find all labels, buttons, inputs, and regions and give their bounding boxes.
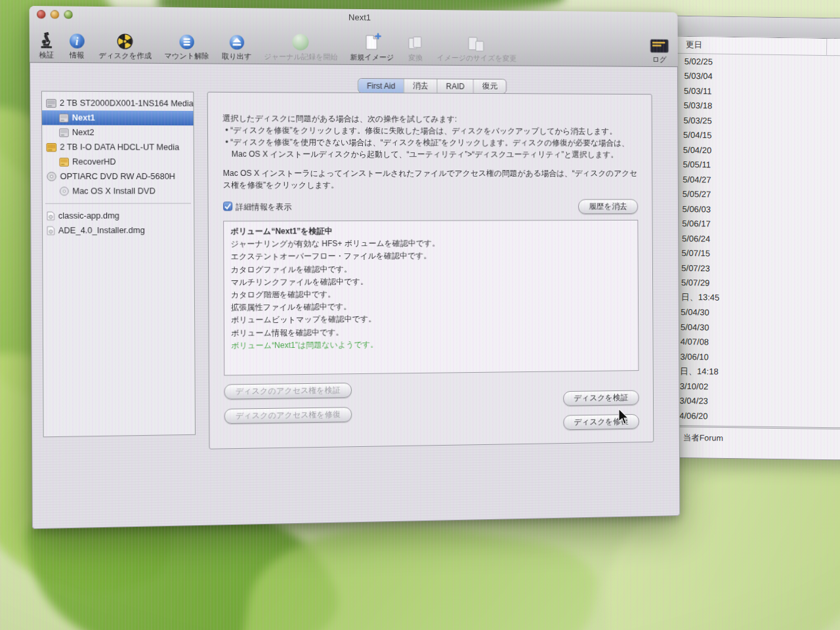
repair-permissions-button[interactable]: ディスクのアクセス権を修復 <box>224 407 352 424</box>
sidebar-item[interactable]: classic-app.dmg <box>43 208 194 223</box>
first-aid-bullet: • “ディスクを修復”を使用できない場合は、“ディスクを検証”をクリックします。… <box>222 136 637 160</box>
burn-icon <box>116 30 134 51</box>
volume-icon <box>59 128 69 136</box>
volume-info-footer: ? マウントポイント： /Volumes/Next1 フォーマット： Mac O… <box>32 432 679 529</box>
cell-modified-date: 5/07/15 <box>658 248 824 261</box>
background-window-footer: 当者Forum <box>656 425 840 446</box>
cell-modified-date: 5/03/11 <box>660 85 826 98</box>
cell-size: 20 KB <box>826 102 840 114</box>
sidebar-item[interactable]: OPTIARC DVD RW AD-5680H <box>43 169 194 184</box>
tab-bar: First Aid消去RAID復元 <box>358 78 507 94</box>
cell-size: 20 KB <box>824 236 840 247</box>
optical-drive-icon <box>47 172 57 181</box>
external-disk-icon <box>47 143 57 152</box>
cell-modified-date: 5/05/11 <box>659 159 824 172</box>
toolbar-button[interactable]: イメージのサイズを変更 <box>436 33 516 64</box>
permissions-note: Mac OS X インストーラによってインストールされたファイルでアクセス権の問… <box>223 167 638 191</box>
cell-modified-date: 5/04/30 <box>657 307 822 320</box>
cell-modified-date: 5/04/20 <box>660 144 825 157</box>
cell-modified-date: 5/04/15 <box>660 130 825 142</box>
background-finder-window: 更日 サイズ 5/02/25 20 KB 5/03/04 20 KB 5/03/… <box>654 15 840 461</box>
toolbar-button[interactable]: 取り出す <box>222 31 251 62</box>
svg-text:i: i <box>75 36 79 47</box>
toolbar: 検証 i 情報 ディスクを作成 マウント解除 取り出す ジャーナル記録を開始 新… <box>30 21 678 68</box>
tab[interactable]: 消去 <box>404 79 437 93</box>
cell-size: 20 KB <box>824 191 840 202</box>
column-header-size[interactable]: サイズ <box>826 39 840 56</box>
cell-size: 16 KB <box>822 354 840 365</box>
verify-permissions-button[interactable]: ディスクのアクセス権を検証 <box>224 383 351 400</box>
cell-modified-date: 5/04/27 <box>659 174 824 186</box>
sidebar-item[interactable]: ADE_4.0_Installer.dmg <box>43 223 194 238</box>
cell-size: 20 KB <box>825 132 840 143</box>
tab[interactable]: RAID <box>437 79 473 93</box>
verify-disk-button[interactable]: ディスクを検証 <box>563 390 639 406</box>
table-row[interactable]: 4/06/20 -- <box>656 408 840 426</box>
log-icon <box>650 35 669 54</box>
sidebar-item[interactable]: 2 TB ST2000DX001-1NS164 Media <box>42 96 193 111</box>
cell-modified-date: 4/06/20 <box>656 410 821 423</box>
disk-utility-window: Next1 検証 i 情報 ディスクを作成 マウント解除 取り出す ジャーナル記… <box>30 6 681 529</box>
toolbar-button[interactable]: 変換 <box>406 33 425 63</box>
toolbar-button[interactable]: i 情報 <box>68 30 86 60</box>
cell-size: -- <box>822 368 840 379</box>
cell-modified-date: 3/06/10 <box>656 351 822 364</box>
cell-modified-date: 5/04/30 <box>657 322 822 334</box>
sidebar-item[interactable]: 2 TB I-O DATA HDCL-UT Media <box>42 140 193 155</box>
cell-modified-date: 5/03/25 <box>660 115 825 127</box>
cell-modified-date: 5/07/23 <box>658 262 823 275</box>
cell-modified-date: 5/06/24 <box>658 233 824 245</box>
cell-modified-date: 3/10/02 <box>656 381 822 393</box>
cell-size: 20 KB <box>823 265 840 276</box>
toolbar-button[interactable]: 新規イメージ <box>350 32 394 62</box>
cell-size: 20 KB <box>826 58 840 70</box>
sidebar-item[interactable]: Next1 <box>42 110 193 125</box>
disk-image-icon <box>47 226 55 235</box>
column-header-modified-date[interactable]: 更日 <box>661 39 826 52</box>
toolbar-button[interactable]: マウント解除 <box>164 30 209 61</box>
sidebar-item[interactable]: Mac OS X Install DVD <box>43 184 194 199</box>
cell-size: 25 KB <box>822 339 840 350</box>
internal-disk-icon <box>46 98 56 107</box>
file-list: 5/02/25 20 KB 5/03/04 20 KB 5/03/11 20 K… <box>656 53 840 426</box>
sidebar-item[interactable]: Next2 <box>42 125 193 140</box>
cell-size: 20 KB <box>826 88 840 99</box>
device-sidebar: 2 TB ST2000DX001-1NS164 Media Next1 Next… <box>41 91 196 438</box>
info-icon: i <box>68 30 86 50</box>
toolbar-button[interactable]: ログ <box>650 35 669 64</box>
external-volume-icon <box>59 158 69 166</box>
toolbar-button[interactable]: ジャーナル記録を開始 <box>264 32 337 62</box>
first-aid-bullet: • “ディスクを修復”をクリックします。修復に失敗した場合は、ディスクをバックア… <box>222 124 637 137</box>
sidebar-item[interactable]: RecoverHD <box>42 154 193 169</box>
verification-log[interactable]: ボリューム“Next1”を検証中ジャーナリングが有効な HFS+ ボリュームを確… <box>223 220 639 376</box>
cell-size: 20 KB <box>824 177 840 188</box>
toolbar-button[interactable]: ディスクを作成 <box>98 30 152 61</box>
cell-size: 20 KB <box>826 73 840 84</box>
cell-size: 20 KB <box>824 161 840 173</box>
cell-modified-date: 5/03/04 <box>660 71 826 83</box>
log-line: ボリューム“Next1”を検証中 <box>230 224 631 238</box>
toolbar-button[interactable]: 検証 <box>37 30 55 60</box>
cell-modified-date: 5/07/29 <box>658 278 823 290</box>
cell-modified-date: 5/03/18 <box>660 100 826 113</box>
tab[interactable]: 復元 <box>473 79 506 93</box>
close-button[interactable] <box>37 10 46 18</box>
first-aid-panel: 選択したディスクに問題がある場合は、次の操作を試してみます: • “ディスクを修… <box>207 92 654 450</box>
show-details-checkbox[interactable] <box>223 201 232 213</box>
minimize-button[interactable] <box>51 10 60 18</box>
first-aid-intro: 選択したディスクに問題がある場合は、次の操作を試してみます: <box>222 112 637 125</box>
cell-size: 20 KB <box>824 206 840 217</box>
cell-modified-date: 5/02/25 <box>661 56 826 68</box>
show-details-label: 詳細情報を表示 <box>236 201 291 213</box>
cell-size: 12 KB <box>822 383 840 394</box>
sidebar-divider <box>45 203 191 203</box>
window-content: First Aid消去RAID復元 2 TB ST2000DX001-1NS16… <box>30 63 680 530</box>
window-chrome: Next1 検証 i 情報 ディスクを作成 マウント解除 取り出す ジャーナル記… <box>30 6 678 67</box>
zoom-button[interactable] <box>64 10 73 19</box>
clear-history-button[interactable]: 履歴を消去 <box>578 199 639 214</box>
microscope-icon <box>37 30 55 50</box>
tab[interactable]: First Aid <box>358 79 404 93</box>
cell-size: 20 KB <box>823 295 840 306</box>
new-image-icon <box>362 32 382 52</box>
cell-size: 20 KB <box>824 220 840 232</box>
